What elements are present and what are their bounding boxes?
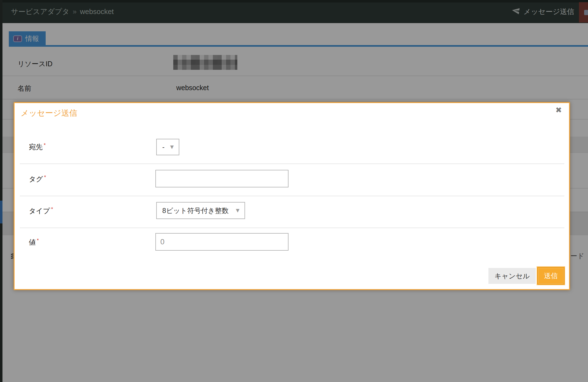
field-label-destination-text: 宛先 <box>29 143 43 151</box>
destination-select[interactable]: - ▼ <box>156 139 179 155</box>
field-label-value: 値* <box>29 238 39 247</box>
type-select[interactable]: 8ビット符号付き整数 ▼ <box>156 202 245 219</box>
required-marker: * <box>44 142 46 148</box>
field-label-type: タイプ* <box>29 206 53 215</box>
submit-button[interactable]: 送信 <box>537 267 565 285</box>
field-divider <box>20 164 564 164</box>
value-input[interactable] <box>155 233 288 251</box>
close-icon[interactable]: ✖ <box>556 106 562 114</box>
cancel-button[interactable]: キャンセル <box>488 268 536 284</box>
field-divider <box>20 196 564 196</box>
field-label-type-text: タイプ <box>29 207 50 215</box>
field-label-tag: タグ* <box>29 175 46 184</box>
dialog-title: メッセージ送信 <box>21 108 77 119</box>
required-marker: * <box>37 238 39 243</box>
field-label-destination: 宛先* <box>29 142 46 151</box>
type-select-value: 8ビット符号付き整数 <box>162 206 229 215</box>
field-divider <box>20 228 564 228</box>
screen: サービスアダプタ » websocket メッセージ送信 i 情報 リソースID… <box>0 0 588 382</box>
chevron-down-icon: ▼ <box>235 207 241 214</box>
chevron-down-icon: ▼ <box>169 143 175 151</box>
field-label-tag-text: タグ <box>29 175 43 183</box>
required-marker: * <box>51 206 53 212</box>
destination-select-value: - <box>162 143 164 151</box>
tag-input[interactable] <box>155 170 288 187</box>
required-marker: * <box>44 175 46 180</box>
field-label-value-text: 値 <box>29 238 36 246</box>
send-message-dialog: メッセージ送信 ✖ 宛先* - ▼ タグ* タイプ* 8ビット符号付き整数 ▼ … <box>14 102 570 290</box>
